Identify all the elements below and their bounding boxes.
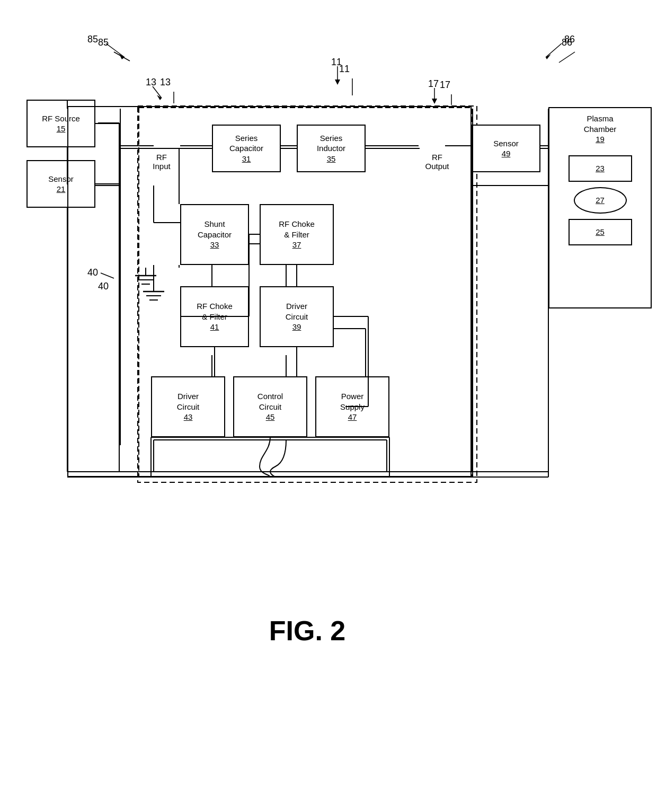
figure-caption: FIG. 2 [201, 615, 413, 647]
svg-rect-92 [139, 108, 472, 477]
